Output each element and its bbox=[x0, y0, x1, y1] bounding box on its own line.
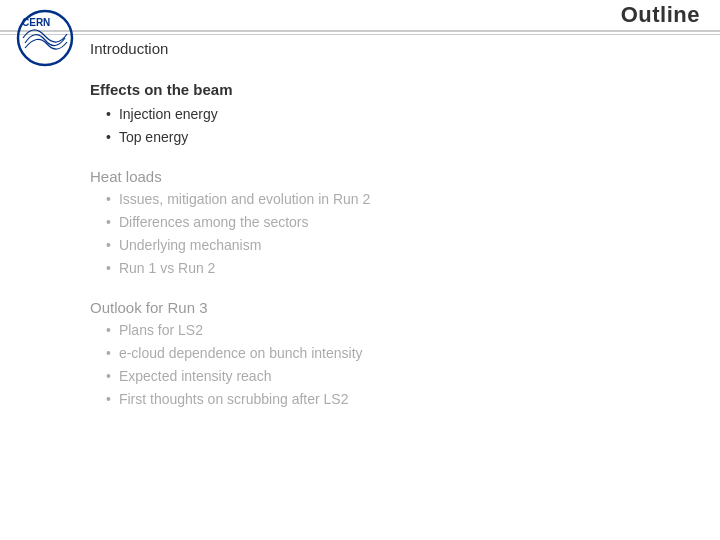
outlook-bullet-text-1: Plans for LS2 bbox=[119, 320, 203, 341]
heat-bullet-3: • Underlying mechanism bbox=[90, 235, 700, 256]
heat-bullet-2: • Differences among the sectors bbox=[90, 212, 700, 233]
outlook-bullet-4: • First thoughts on scrubbing after LS2 bbox=[90, 389, 700, 410]
header: Outline bbox=[0, 0, 720, 32]
svg-text:CERN: CERN bbox=[22, 17, 50, 28]
cern-logo-svg: CERN bbox=[15, 8, 75, 68]
heat-bullet-text-3: Underlying mechanism bbox=[119, 235, 261, 256]
effects-bullet-text-1: Injection energy bbox=[119, 104, 218, 125]
heat-bullet-1: • Issues, mitigation and evolution in Ru… bbox=[90, 189, 700, 210]
outlook-title: Outlook for Run 3 bbox=[90, 299, 700, 316]
heat-loads-section: Heat loads • Issues, mitigation and evol… bbox=[90, 168, 700, 281]
page-title: Outline bbox=[621, 2, 700, 28]
heat-bullet-text-1: Issues, mitigation and evolution in Run … bbox=[119, 189, 370, 210]
heat-bullet-text-2: Differences among the sectors bbox=[119, 212, 309, 233]
effects-bullet-text-2: Top energy bbox=[119, 127, 188, 148]
outlook-dot-3: • bbox=[106, 366, 111, 387]
bullet-dot-1: • bbox=[106, 104, 111, 125]
effects-section: Effects on the beam • Injection energy •… bbox=[90, 81, 700, 150]
outlook-bullet-text-4: First thoughts on scrubbing after LS2 bbox=[119, 389, 349, 410]
outlook-bullet-text-3: Expected intensity reach bbox=[119, 366, 272, 387]
heat-dot-2: • bbox=[106, 212, 111, 233]
outlook-dot-4: • bbox=[106, 389, 111, 410]
outlook-bullet-1: • Plans for LS2 bbox=[90, 320, 700, 341]
heat-bullet-text-4: Run 1 vs Run 2 bbox=[119, 258, 216, 279]
outlook-bullet-3: • Expected intensity reach bbox=[90, 366, 700, 387]
outlook-dot-2: • bbox=[106, 343, 111, 364]
introduction-section: Introduction bbox=[90, 40, 700, 71]
header-separator bbox=[0, 34, 720, 35]
effects-bullet-2: • Top energy bbox=[90, 127, 700, 148]
outlook-bullet-2: • e-cloud dependence on bunch intensity bbox=[90, 343, 700, 364]
heat-dot-3: • bbox=[106, 235, 111, 256]
heat-dot-4: • bbox=[106, 258, 111, 279]
cern-logo: CERN bbox=[0, 0, 90, 75]
effects-title: Effects on the beam bbox=[90, 81, 700, 98]
outlook-section: Outlook for Run 3 • Plans for LS2 • e-cl… bbox=[90, 299, 700, 412]
heat-bullet-4: • Run 1 vs Run 2 bbox=[90, 258, 700, 279]
effects-bullet-1: • Injection energy bbox=[90, 104, 700, 125]
outlook-bullet-text-2: e-cloud dependence on bunch intensity bbox=[119, 343, 363, 364]
heat-loads-title: Heat loads bbox=[90, 168, 700, 185]
heat-dot-1: • bbox=[106, 189, 111, 210]
bullet-dot-2: • bbox=[106, 127, 111, 148]
introduction-label: Introduction bbox=[90, 40, 700, 57]
content-area: Introduction Effects on the beam • Injec… bbox=[90, 40, 700, 520]
outlook-dot-1: • bbox=[106, 320, 111, 341]
